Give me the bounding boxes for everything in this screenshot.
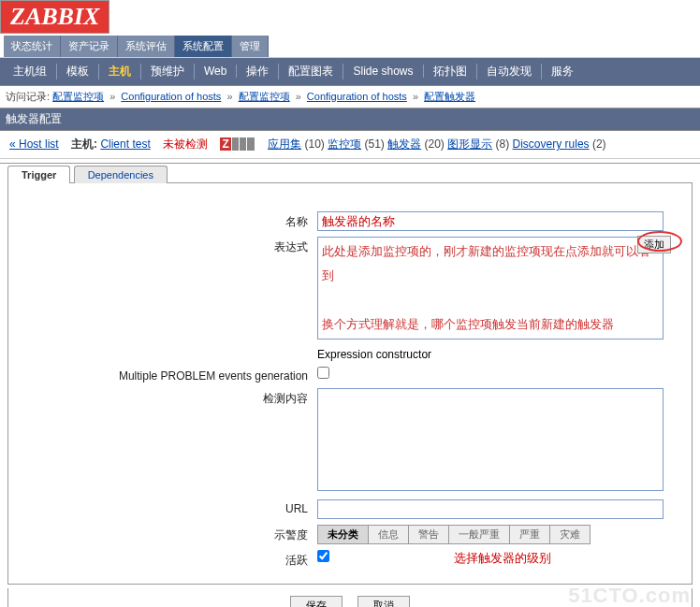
sub-tab[interactable]: 操作 — [237, 64, 279, 79]
top-tab[interactable]: 系统评估 — [118, 36, 175, 57]
z-badge: Z — [220, 137, 230, 151]
detect-content-textarea[interactable] — [317, 388, 664, 491]
sub-tab[interactable]: 服务 — [542, 64, 583, 79]
sub-tab[interactable]: Web — [195, 65, 237, 78]
hostbar-item-link[interactable]: Discovery rules — [513, 137, 590, 151]
severity-option[interactable]: 一般严重 — [448, 525, 510, 544]
status-badge — [232, 137, 239, 151]
severity-label: 示警度 — [18, 525, 317, 543]
section-header: 触发器配置 — [0, 108, 700, 131]
cancel-button[interactable]: 取消 — [357, 596, 410, 607]
sub-tab-row: 主机组模板主机预维护Web操作配置图表Slide shows拓扑图自动发现服务 — [0, 58, 700, 86]
host-label: 主机: — [71, 137, 97, 151]
sub-tab[interactable]: 预维护 — [141, 64, 195, 79]
top-tab[interactable]: 资产记录 — [61, 36, 118, 57]
name-label: 名称 — [18, 211, 317, 230]
status-badge — [240, 137, 246, 151]
severity-option[interactable]: 严重 — [509, 525, 550, 544]
sub-tab[interactable]: Slide shows — [343, 65, 423, 78]
detect-content-label: 检测内容 — [18, 388, 317, 407]
hostbar-item-link[interactable]: 监控项 — [328, 137, 361, 151]
severity-option[interactable]: 灾难 — [549, 525, 591, 544]
trigger-form: 名称 表达式 添加 Expression constructor Multipl… — [7, 182, 693, 585]
active-label: 活跃 — [18, 550, 317, 569]
top-tab[interactable]: 系统配置 — [175, 36, 232, 57]
hostbar-item-link[interactable]: 触发器 — [387, 137, 421, 151]
host-list-link[interactable]: « Host list — [9, 137, 59, 151]
url-label: URL — [18, 499, 317, 515]
logo: ZABBIX — [0, 0, 109, 34]
sub-tab[interactable]: 主机组 — [4, 64, 57, 79]
multi-problem-label: Multiple PROBLEM events generation — [18, 367, 317, 383]
top-tab[interactable]: 管理 — [232, 36, 269, 57]
hostbar-item-link[interactable]: 应用集 — [268, 137, 301, 151]
severity-option[interactable]: 未分类 — [317, 525, 369, 544]
breadcrumb-link[interactable]: 配置监控项 — [239, 91, 290, 102]
multi-problem-checkbox[interactable] — [317, 367, 329, 379]
hostbar-item-link[interactable]: 图形显示 — [447, 137, 492, 151]
expression-textarea[interactable] — [317, 237, 664, 340]
severity-option[interactable]: 警告 — [408, 525, 449, 544]
top-tab-row: 状态统计资产记录系统评估系统配置管理 — [0, 36, 700, 58]
inner-tabs: Trigger Dependencies — [0, 163, 700, 183]
sub-tab[interactable]: 模板 — [57, 64, 99, 79]
tab-trigger[interactable]: Trigger — [7, 166, 70, 183]
not-detected-label: 未被检测 — [163, 137, 208, 151]
breadcrumb-link[interactable]: 配置触发器 — [424, 91, 475, 102]
sub-tab[interactable]: 主机 — [99, 64, 141, 79]
sub-tab[interactable]: 配置图表 — [279, 64, 343, 79]
save-button[interactable]: 保存 — [290, 596, 343, 607]
breadcrumb-link[interactable]: 配置监控项 — [52, 91, 104, 102]
sub-tab[interactable]: 自动发现 — [477, 64, 542, 79]
severity-option[interactable]: 信息 — [368, 525, 409, 544]
active-checkbox[interactable] — [317, 550, 329, 562]
breadcrumb-link[interactable]: Configuration of hosts — [121, 91, 221, 102]
host-name-link[interactable]: Client test — [100, 137, 150, 151]
watermark: 51CTO.com 技术博客 Blog — [568, 584, 691, 607]
breadcrumb-label: 访问记录: — [6, 91, 50, 102]
expression-label: 表达式 — [18, 237, 317, 255]
annotation-circle — [637, 231, 682, 252]
name-input[interactable] — [317, 211, 664, 231]
url-input[interactable] — [317, 499, 664, 519]
breadcrumb-link[interactable]: Configuration of hosts — [307, 91, 407, 102]
top-tab[interactable]: 状态统计 — [4, 36, 61, 57]
breadcrumb: 访问记录: 配置监控项 » Configuration of hosts » 配… — [0, 86, 700, 108]
status-badge — [247, 137, 254, 151]
severity-note: 选择触发器的级别 — [454, 551, 551, 565]
host-bar: « Host list 主机: Client test 未被检测 Z 应用集 (… — [0, 131, 700, 159]
tab-dependencies[interactable]: Dependencies — [74, 166, 168, 183]
expression-constructor-link[interactable]: Expression constructor — [317, 348, 431, 361]
sub-tab[interactable]: 拓扑图 — [424, 64, 477, 79]
